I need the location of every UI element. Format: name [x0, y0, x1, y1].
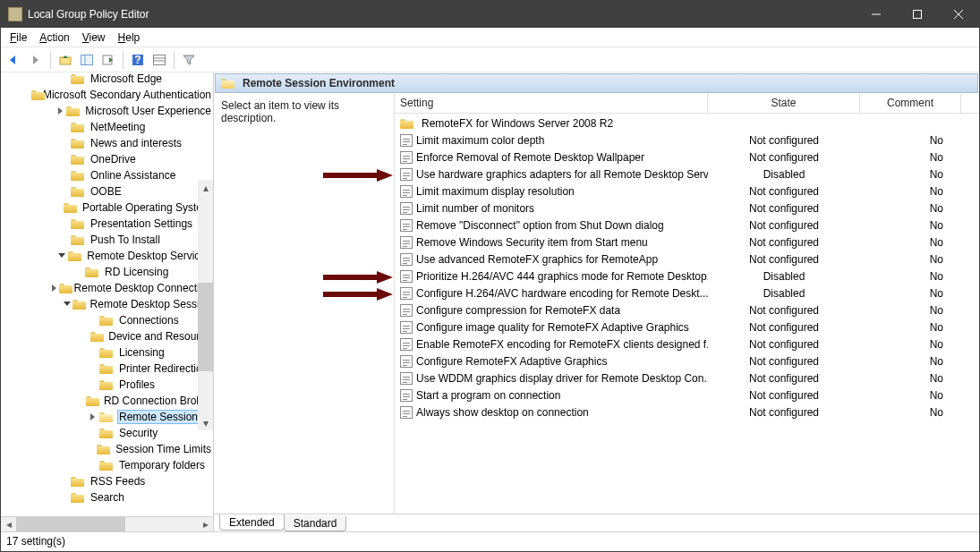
chevron-down-icon[interactable] [55, 250, 67, 262]
tree-node[interactable]: Remote Desktop Connection [1, 280, 213, 296]
setting-name: RemoteFX for Windows Server 2008 R2 [422, 117, 613, 130]
tree-node[interactable]: Push To Install [1, 232, 213, 248]
tree-node[interactable]: Printer Redirection [1, 361, 213, 377]
setting-row[interactable]: Limit maximum color depthNot configuredN… [395, 132, 979, 149]
folder-icon [99, 378, 114, 391]
tree-node[interactable]: RD Connection Broker [1, 393, 213, 409]
setting-row[interactable]: Remove Windows Security item from Start … [395, 234, 979, 251]
filter-button[interactable] [179, 50, 199, 70]
tree-scroll[interactable]: Microsoft EdgeMicrosoft Secondary Authen… [1, 72, 213, 516]
tree-node-label: OneDrive [89, 153, 138, 166]
minimize-button[interactable] [856, 1, 897, 28]
chevron-right-icon[interactable] [55, 105, 66, 117]
tree-node[interactable]: Session Time Limits [1, 441, 213, 457]
setting-row[interactable]: Start a program on connectionNot configu… [395, 386, 979, 403]
export-list-button[interactable] [98, 50, 118, 70]
setting-row[interactable]: Configure compression for RemoteFX dataN… [395, 301, 979, 318]
tree-node[interactable]: Remote Session [1, 409, 213, 425]
setting-row[interactable]: Limit number of monitorsNot configuredNo [395, 200, 979, 217]
tree-node[interactable]: OOBE [1, 183, 213, 200]
col-comment[interactable]: Comment [860, 94, 961, 113]
forward-button[interactable] [26, 50, 46, 70]
folder-icon [71, 217, 85, 230]
expander-none [58, 217, 71, 230]
setting-row[interactable]: Always show desktop on connectionNot con… [395, 403, 979, 420]
menu-view[interactable]: View [77, 30, 111, 46]
maximize-button[interactable] [897, 1, 938, 28]
scroll-right-icon[interactable]: ▸ [198, 517, 213, 531]
back-button[interactable] [4, 50, 24, 70]
scroll-left-icon[interactable]: ◂ [1, 517, 16, 531]
tree-node[interactable]: Remote Desktop Session [1, 296, 213, 312]
tree-node[interactable]: Profiles [1, 377, 213, 393]
tree-hscrollbar[interactable]: ◂ ▸ [1, 516, 213, 531]
expander-none [84, 443, 97, 455]
setting-row[interactable]: Use hardware graphics adapters for all R… [395, 166, 979, 183]
scroll-up-icon[interactable]: ▴ [198, 180, 213, 195]
tree-node[interactable]: Temporary folders [1, 457, 213, 473]
setting-row[interactable]: Enable RemoteFX encoding for RemoteFX cl… [395, 335, 979, 352]
menu-help[interactable]: Help [113, 30, 146, 46]
menu-action[interactable]: Action [34, 30, 74, 46]
expander-none [58, 137, 71, 149]
tree-node[interactable]: RSS Feeds [1, 473, 213, 489]
tree-node[interactable]: Microsoft User Experience [1, 103, 213, 119]
tree-node[interactable]: OneDrive [1, 151, 213, 167]
properties-button[interactable] [149, 50, 169, 70]
chevron-right-icon[interactable] [87, 411, 99, 423]
description-column: Select an item to view its description. [214, 94, 395, 514]
tree-node[interactable]: Licensing [1, 344, 213, 361]
tree-node[interactable]: RD Licensing [1, 264, 213, 280]
setting-row[interactable]: RemoteFX for Windows Server 2008 R2 [395, 115, 979, 132]
setting-row[interactable]: Enforce Removal of Remote Desktop Wallpa… [395, 149, 979, 166]
close-button[interactable] [938, 1, 979, 28]
setting-row[interactable]: Configure RemoteFX Adaptive GraphicsNot … [395, 352, 979, 369]
setting-state: Not configured [708, 134, 860, 147]
setting-comment: No [860, 338, 961, 351]
tree-node[interactable]: Connections [1, 312, 213, 328]
titlebar[interactable]: Local Group Policy Editor [1, 1, 979, 28]
setting-row[interactable]: Configure H.264/AVC hardware encoding fo… [395, 284, 979, 301]
tree-node-label: Profiles [117, 378, 157, 391]
tree-node[interactable]: NetMeeting [1, 119, 213, 135]
tree-node[interactable]: Presentation Settings [1, 216, 213, 232]
setting-name: Configure H.264/AVC hardware encoding fo… [416, 287, 708, 300]
setting-row[interactable]: Use WDDM graphics display driver for Rem… [395, 369, 979, 386]
scroll-down-icon[interactable]: ▾ [198, 415, 213, 430]
tab-extended[interactable]: Extended [219, 514, 285, 531]
tree-node[interactable]: Remote Desktop Services [1, 248, 213, 264]
policy-icon [400, 287, 413, 300]
tree-node[interactable]: Security [1, 425, 213, 441]
up-button[interactable] [55, 50, 75, 70]
tab-standard[interactable]: Standard [284, 516, 347, 531]
setting-row[interactable]: Configure image quality for RemoteFX Ada… [395, 318, 979, 335]
col-setting[interactable]: Setting [395, 94, 708, 113]
show-hide-tree-button[interactable] [77, 50, 97, 70]
tree-node[interactable]: Microsoft Edge [1, 72, 213, 87]
expander-none [87, 378, 99, 391]
chevron-right-icon[interactable] [50, 282, 59, 294]
tree-pane: Microsoft EdgeMicrosoft Secondary Authen… [1, 72, 214, 531]
setting-state: Not configured [708, 338, 860, 351]
col-state[interactable]: State [708, 94, 860, 113]
tree-node[interactable]: Search [1, 489, 213, 505]
tree-node[interactable]: News and interests [1, 135, 213, 151]
setting-name: Enable RemoteFX encoding for RemoteFX cl… [416, 338, 708, 351]
setting-state: Not configured [708, 151, 860, 164]
tree-vscrollbar[interactable]: ▴ ▾ [198, 180, 213, 430]
folder-icon [99, 459, 114, 471]
setting-row[interactable]: Remove "Disconnect" option from Shut Dow… [395, 217, 979, 234]
settings-list: Setting State Comment RemoteFX for Windo… [395, 94, 979, 514]
setting-row[interactable]: Use advanced RemoteFX graphics for Remot… [395, 251, 979, 268]
tree-node[interactable]: Portable Operating System [1, 200, 213, 216]
tree-node[interactable]: Microsoft Secondary Authentication [1, 87, 213, 103]
help-button[interactable]: ? [128, 50, 148, 70]
tree-node-label: Push To Install [89, 234, 162, 246]
tree-node[interactable]: Online Assistance [1, 167, 213, 183]
setting-row[interactable]: Prioritize H.264/AVC 444 graphics mode f… [395, 268, 979, 284]
menu-file[interactable]: File [4, 30, 32, 46]
setting-row[interactable]: Limit maximum display resolutionNot conf… [395, 183, 979, 200]
tree-node-label: OOBE [89, 185, 124, 198]
chevron-down-icon[interactable] [62, 298, 72, 310]
tree-node[interactable]: Device and Resource [1, 328, 213, 344]
